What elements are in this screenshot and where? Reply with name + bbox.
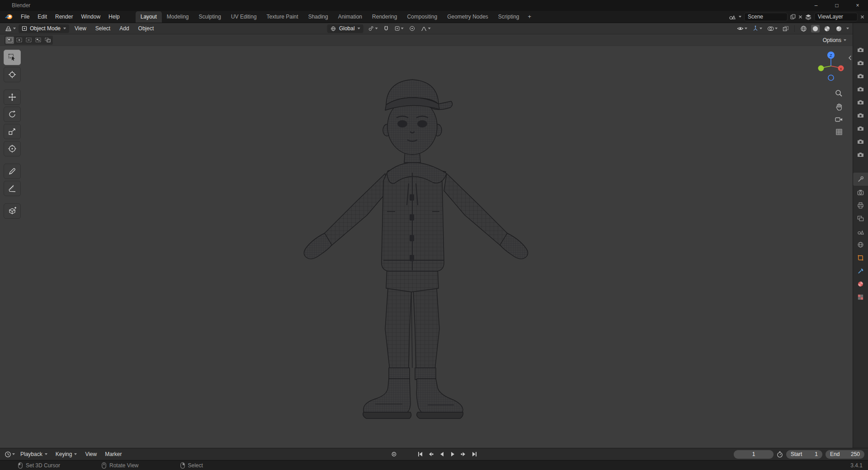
tab-animation[interactable]: Animation [333, 11, 367, 23]
browse-scene-icon[interactable] [729, 14, 736, 20]
properties-tab-output[interactable] [853, 199, 868, 212]
menu-file[interactable]: File [17, 11, 33, 23]
properties-tab-world[interactable] [853, 238, 868, 251]
pan-hand-icon[interactable] [835, 103, 843, 111]
minimize-button[interactable]: – [806, 0, 826, 11]
snap-toggle[interactable] [382, 25, 390, 32]
select-mode-extend-icon[interactable] [15, 37, 24, 44]
scene-name-field[interactable]: Scene [744, 13, 788, 21]
viewport-3d[interactable]: Options [0, 34, 853, 448]
stopwatch-icon[interactable] [777, 451, 783, 458]
menu-help[interactable]: Help [104, 11, 124, 23]
pivot-point-dropdown[interactable] [367, 25, 379, 32]
blender-logo-icon[interactable] [0, 11, 17, 23]
tool-cursor[interactable] [4, 67, 21, 82]
tab-shading[interactable]: Shading [303, 11, 333, 23]
timeline-menu-keying[interactable]: Keying [52, 451, 81, 457]
timeline-menu-playback[interactable]: Playback [17, 451, 51, 457]
outliner-camera-toggle-icon[interactable] [853, 43, 868, 56]
panel-collapse-arrow-icon[interactable] [848, 55, 852, 61]
new-scene-icon[interactable] [790, 14, 796, 19]
play-button[interactable] [448, 450, 458, 459]
jump-to-end-button[interactable] [470, 450, 479, 459]
proportional-editing-toggle[interactable] [408, 25, 416, 32]
auto-key-record-button[interactable] [389, 450, 399, 459]
zoom-icon[interactable] [835, 89, 843, 97]
editor-type-button[interactable] [4, 25, 17, 33]
outliner-camera-toggle-icon[interactable] [853, 148, 868, 161]
timeline-menu-view[interactable]: View [81, 451, 100, 457]
outliner-camera-toggle-icon[interactable] [853, 56, 868, 69]
properties-tab-view-layer[interactable] [853, 212, 868, 225]
outliner-camera-toggle-icon[interactable] [853, 82, 868, 95]
menu-window[interactable]: Window [77, 11, 104, 23]
object-visibility-dropdown[interactable] [736, 25, 748, 32]
tab-geometry-nodes[interactable]: Geometry Nodes [442, 11, 493, 23]
play-reverse-button[interactable] [437, 450, 447, 459]
camera-view-icon[interactable] [835, 117, 843, 122]
chevron-down-icon[interactable] [739, 16, 741, 18]
tool-transform[interactable] [4, 141, 21, 156]
outliner-camera-toggle-icon[interactable] [853, 122, 868, 135]
outliner-camera-toggle-icon[interactable] [853, 69, 868, 82]
tool-rotate[interactable] [4, 107, 21, 122]
timeline-editor-type-button[interactable] [4, 451, 16, 458]
tool-add-cube[interactable] [4, 203, 21, 219]
tab-uv-editing[interactable]: UV Editing [226, 11, 262, 23]
tab-sculpting[interactable]: Sculpting [194, 11, 226, 23]
unlink-scene-icon[interactable] [798, 15, 802, 19]
select-mode-invert-icon[interactable] [34, 37, 42, 44]
tab-modeling[interactable]: Modeling [162, 11, 194, 23]
current-frame-field[interactable]: 1 [734, 450, 774, 459]
tool-select-box[interactable] [4, 50, 21, 65]
tab-scripting[interactable]: Scripting [493, 11, 524, 23]
xray-toggle[interactable] [782, 25, 790, 32]
properties-tab-render[interactable] [853, 186, 868, 199]
shading-wireframe-button[interactable] [799, 25, 808, 33]
tab-compositing[interactable]: Compositing [402, 11, 442, 23]
viewport-menu-add[interactable]: Add [116, 25, 132, 32]
shading-rendered-button[interactable] [835, 25, 843, 33]
shading-solid-button[interactable] [811, 25, 820, 33]
transform-orientation-dropdown[interactable]: Global [327, 24, 363, 33]
perspective-grid-icon[interactable] [835, 128, 843, 136]
viewport-menu-view[interactable]: View [71, 25, 90, 32]
previous-keyframe-button[interactable] [426, 450, 436, 459]
view-layer-icon[interactable] [805, 14, 811, 20]
shading-options-chevron-icon[interactable] [846, 28, 849, 29]
viewport-menu-select[interactable]: Select [92, 25, 114, 32]
outliner-camera-toggle-icon[interactable] [853, 95, 868, 108]
tab-texture-paint[interactable]: Texture Paint [262, 11, 303, 23]
properties-tab-texture[interactable] [853, 291, 868, 304]
select-mode-set-icon[interactable] [5, 37, 14, 44]
properties-tab-tool[interactable] [853, 173, 868, 186]
close-button[interactable]: × [847, 0, 868, 11]
navigation-gizmo[interactable]: Z X [815, 50, 847, 82]
tab-rendering[interactable]: Rendering [367, 11, 402, 23]
properties-tab-material[interactable] [853, 277, 868, 291]
proportional-falloff-dropdown[interactable] [420, 25, 432, 32]
properties-tab-modifiers[interactable] [853, 264, 868, 277]
maximize-button[interactable]: □ [826, 0, 847, 11]
jump-to-start-button[interactable] [415, 450, 425, 459]
select-mode-intersect-icon[interactable] [43, 37, 52, 44]
remove-view-layer-icon[interactable] [860, 15, 864, 19]
tool-options-dropdown[interactable]: Options [823, 37, 846, 43]
view-layer-field[interactable]: ViewLayer [814, 13, 858, 21]
outliner-camera-toggle-icon[interactable] [853, 108, 868, 122]
timeline-menu-marker[interactable]: Marker [101, 451, 125, 457]
overlays-toggle[interactable] [766, 25, 778, 32]
frame-start-field[interactable]: Start 1 [786, 450, 822, 459]
tool-annotate[interactable] [4, 164, 21, 179]
frame-end-field[interactable]: End 250 [826, 450, 864, 459]
tab-layout[interactable]: Layout [136, 11, 162, 23]
gizmos-toggle[interactable] [751, 25, 763, 32]
outliner-camera-toggle-icon[interactable] [853, 135, 868, 148]
properties-tab-scene[interactable] [853, 225, 868, 238]
shading-material-button[interactable] [823, 25, 831, 33]
properties-tab-object[interactable] [853, 251, 868, 264]
next-keyframe-button[interactable] [459, 450, 468, 459]
tool-measure[interactable] [4, 181, 21, 196]
add-workspace-button[interactable]: + [524, 11, 535, 23]
wireframe-character-model[interactable] [298, 76, 533, 424]
